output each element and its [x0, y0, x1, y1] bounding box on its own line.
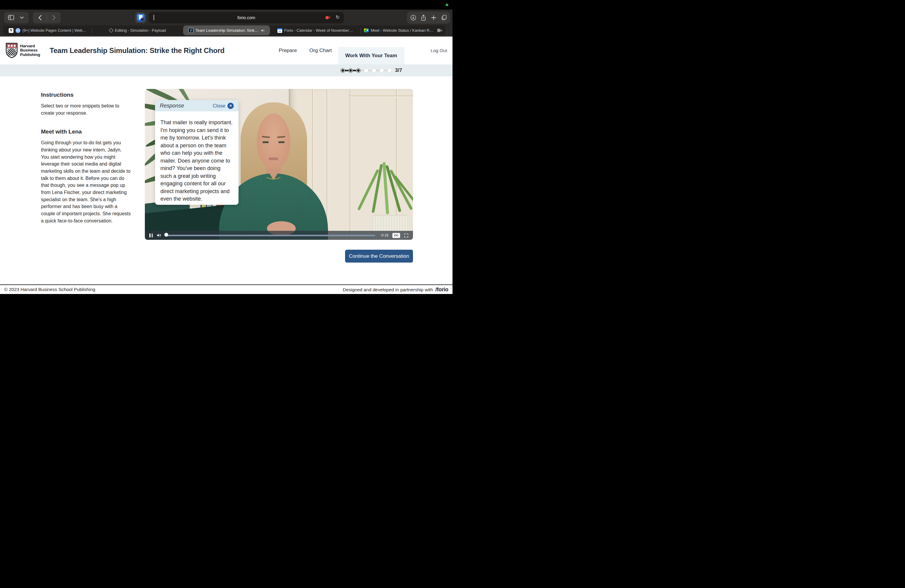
payload-icon — [109, 28, 113, 33]
progress-dot — [364, 68, 368, 73]
nav-item-prepare[interactable]: Prepare — [272, 37, 303, 64]
forio-logo: /forio — [435, 286, 448, 293]
toolbar-actions-group — [407, 12, 450, 24]
remaining-time: -0:16 — [380, 233, 389, 237]
video-progress-track[interactable] — [167, 235, 375, 236]
instructions-body: Select two or more snippets below to cre… — [41, 102, 131, 116]
video-controls-bar: -0:16 CC — [145, 231, 413, 240]
close-label: Close — [213, 103, 225, 109]
screen-recording-indicator-dot — [446, 3, 448, 6]
sidebar-toggle-icon[interactable] — [7, 13, 15, 22]
eye — [262, 141, 269, 143]
address-bar[interactable]: forio.com ↻ — [149, 12, 344, 23]
tab-forio-calendar[interactable]: 31 Forio - Calendar - Week of November… — [270, 25, 360, 35]
tab-meet-website-status[interactable]: Meet - Website Status / Kanban R… — [360, 25, 445, 35]
progress-dot — [356, 68, 360, 73]
response-popup-body: That mailer is really important. I'm hop… — [155, 111, 238, 205]
tab-label: Meet - Website Status / Kanban R… — [371, 28, 433, 33]
downloads-button[interactable] — [410, 13, 417, 22]
eyebrow — [262, 136, 270, 138]
reader-view-icon[interactable] — [154, 15, 158, 21]
tab-label: Editing - Simulation - Payload — [115, 28, 166, 33]
tab-strip: N (9+) Website Pages Content | Web… Edit… — [3, 25, 445, 35]
lips — [268, 157, 278, 160]
new-tab-button[interactable] — [430, 13, 438, 22]
hbp-shield-icon — [5, 43, 18, 59]
tab-audio-icon[interactable] — [261, 29, 265, 33]
eyebrow — [277, 136, 285, 138]
globe-icon — [16, 28, 21, 33]
forward-button[interactable] — [50, 13, 58, 22]
response-popup: Response Close ✕ That mailer is really i… — [155, 100, 238, 205]
tab-team-leadership-active[interactable]: / Team Leadership Simulation: Strik… — [183, 25, 270, 35]
reload-icon[interactable]: ↻ — [336, 14, 340, 20]
back-button[interactable] — [36, 13, 44, 22]
eye — [278, 141, 284, 143]
url-text: forio.com — [237, 15, 255, 20]
camera-active-icon[interactable] — [325, 16, 330, 19]
volume-icon[interactable] — [157, 233, 161, 238]
tab-label: Forio - Calendar - Week of November… — [284, 28, 353, 33]
progress-label: 3/7 — [395, 67, 402, 73]
progress-dot — [372, 68, 376, 73]
meet-with-lena-body: Going through your to-do list gets you t… — [41, 139, 131, 224]
tab-bar: N (9+) Website Pages Content | Web… Edit… — [0, 25, 452, 37]
toolbar-divider — [47, 14, 47, 21]
password-shield-icon — [137, 14, 144, 22]
sidebar-button-group — [4, 12, 29, 23]
browser-toolbar: forio.com ↻ — [0, 10, 452, 25]
page-title: Team Leadership Simulation: Strike the R… — [50, 46, 224, 55]
tab-editing-simulation[interactable]: Editing - Simulation - Payload — [92, 25, 183, 35]
notion-icon: N — [9, 28, 13, 33]
copyright-text: © 2023 Harvard Business School Publishin… — [4, 287, 95, 292]
nav-item-work-with-your-team[interactable]: Work With Your Team — [338, 47, 404, 64]
closed-captions-button[interactable]: CC — [392, 233, 400, 238]
pause-button[interactable] — [149, 234, 152, 237]
progress-dot — [387, 68, 392, 73]
meet-with-lena-heading: Meet with Lena — [41, 129, 131, 135]
progress-dot — [379, 68, 384, 73]
instructions-panel: Instructions Select two or more snippets… — [41, 92, 131, 224]
harvard-business-publishing-logo[interactable]: Harvard Business Publishing — [5, 43, 40, 59]
close-x-icon: ✕ — [227, 103, 234, 109]
site-header: Harvard Business Publishing Team Leaders… — [0, 37, 452, 64]
history-nav-group — [33, 12, 61, 23]
door-groove — [349, 89, 351, 240]
nav-item-org-chart[interactable]: Org Chart — [303, 37, 338, 64]
presenter-face — [257, 113, 290, 168]
logout-link[interactable]: Log Out — [431, 48, 452, 53]
calendar-icon: 31 — [278, 28, 282, 33]
password-manager-extension-button[interactable] — [135, 12, 146, 23]
macos-menubar — [0, 0, 452, 10]
page-footer: © 2023 Harvard Business School Publishin… — [0, 284, 452, 294]
main-content: Instructions Select two or more snippets… — [0, 76, 452, 284]
meet-icon — [364, 29, 369, 32]
response-popup-header: Response Close ✕ — [155, 100, 238, 111]
logo-text-line: Publishing — [20, 53, 40, 57]
forio-slash-icon: / — [188, 28, 193, 33]
tab-website-pages-content[interactable]: N (9+) Website Pages Content | Web… — [3, 25, 92, 35]
tab-camera-icon — [437, 29, 442, 32]
logo-text-line: Harvard — [20, 44, 40, 48]
door-groove — [349, 95, 413, 96]
logo-text-line: Business — [20, 48, 40, 52]
fullscreen-button[interactable] — [404, 233, 408, 238]
continue-conversation-button[interactable]: Continue the Conversation — [345, 250, 413, 262]
browser-window: forio.com ↻ — [0, 0, 452, 294]
necklace — [265, 169, 283, 180]
sidebar-chevron-down-icon[interactable] — [18, 13, 26, 22]
tab-label: Team Leadership Simulation: Strik… — [195, 28, 258, 33]
partnership-text: Designed and developed in partnership wi… — [343, 287, 433, 292]
progress-stepper: 3/7 — [341, 64, 402, 76]
progress-dot — [348, 68, 353, 73]
close-button[interactable]: Close ✕ — [213, 103, 234, 109]
share-button[interactable] — [419, 13, 427, 22]
video-player[interactable]: Response Close ✕ That mailer is really i… — [145, 89, 413, 240]
instructions-heading: Instructions — [41, 92, 131, 98]
primary-nav: Prepare Org Chart Work With Your Team — [272, 37, 404, 64]
tab-overview-button[interactable] — [440, 13, 448, 22]
progress-strip: 3/7 — [0, 64, 452, 76]
response-popup-title: Response — [160, 103, 184, 109]
tab-label: (9+) Website Pages Content | Web… — [22, 28, 86, 33]
progress-dot — [341, 68, 345, 73]
